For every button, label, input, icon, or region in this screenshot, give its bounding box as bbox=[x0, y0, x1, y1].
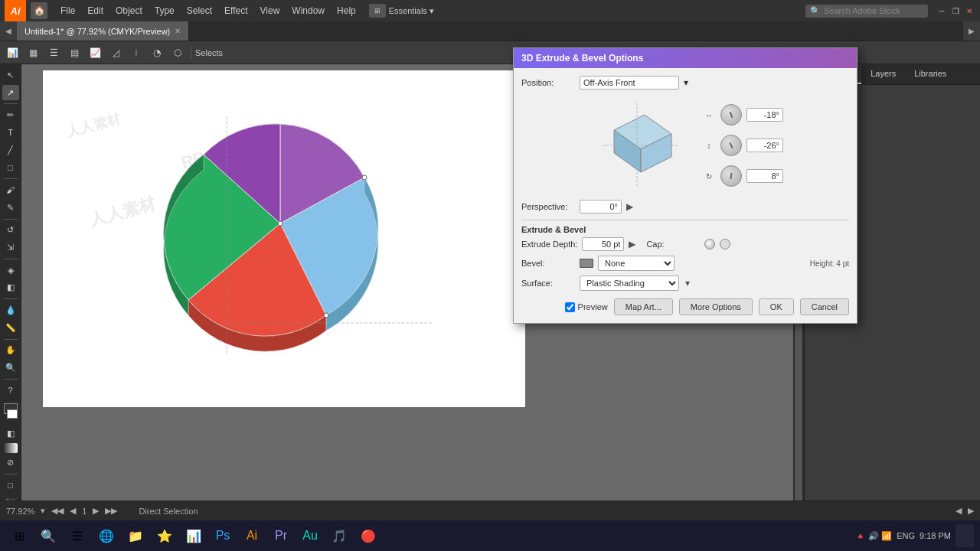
maximize-button[interactable]: ❐ bbox=[949, 5, 962, 17]
bevel-select[interactable]: None bbox=[598, 256, 675, 271]
gradient-tool[interactable]: ◧ bbox=[2, 279, 19, 295]
edge-button[interactable]: 🌐 bbox=[93, 523, 119, 549]
collapse-right-button[interactable]: ▶ bbox=[963, 21, 980, 41]
angle-y-input[interactable] bbox=[746, 139, 783, 152]
stacked-bar-button[interactable]: ▦ bbox=[24, 44, 42, 61]
type-tool[interactable]: T bbox=[2, 125, 19, 141]
menu-effect[interactable]: Effect bbox=[219, 4, 253, 18]
chart-app-button[interactable]: 📊 bbox=[181, 523, 207, 549]
radar-chart-button[interactable]: ⬡ bbox=[168, 44, 187, 61]
audition-button[interactable]: Au bbox=[297, 523, 323, 549]
more-options-button[interactable]: More Options bbox=[679, 298, 753, 315]
search-icon: 🔍 bbox=[810, 6, 821, 16]
map-art-button[interactable]: Map Art... bbox=[614, 298, 673, 315]
menu-edit[interactable]: Edit bbox=[82, 4, 109, 18]
extrude-depth-input[interactable] bbox=[582, 237, 624, 251]
angle-z-knob[interactable] bbox=[720, 165, 742, 187]
close-button[interactable]: ✕ bbox=[963, 5, 975, 17]
music-button[interactable]: 🎵 bbox=[326, 523, 352, 549]
cap-on-radio[interactable] bbox=[704, 239, 715, 249]
file-explorer-button[interactable]: 📁 bbox=[122, 523, 149, 549]
bookmark-button[interactable]: ⭐ bbox=[152, 523, 178, 549]
gradient-swatch[interactable] bbox=[4, 443, 18, 453]
nav-back[interactable]: ◀ bbox=[70, 506, 76, 516]
perspective-input[interactable] bbox=[580, 200, 622, 214]
menu-window[interactable]: Window bbox=[286, 4, 330, 18]
tab-close-button[interactable]: ✕ bbox=[175, 27, 181, 35]
color-mode-toggle[interactable]: ◧ bbox=[2, 426, 19, 442]
home-icon[interactable]: 🏠 bbox=[31, 2, 47, 19]
menu-file[interactable]: File bbox=[55, 4, 80, 18]
scatter-chart-button[interactable]: ⁝ bbox=[127, 44, 145, 61]
angle-y-knob[interactable] bbox=[720, 135, 742, 156]
scale-tool[interactable]: ⇲ bbox=[2, 240, 19, 256]
menu-select[interactable]: Select bbox=[181, 4, 217, 18]
workspace-icon[interactable]: ⊞ bbox=[369, 4, 386, 18]
line-chart-button[interactable]: 📈 bbox=[86, 44, 104, 61]
task-view-button[interactable]: ☰ bbox=[64, 523, 90, 549]
line-tool[interactable]: ╱ bbox=[2, 142, 19, 158]
nav-prev-page[interactable]: ◀◀ bbox=[51, 506, 64, 516]
search-bar[interactable]: 🔍 Search Adobe Stock bbox=[805, 5, 928, 18]
extrude-arrow[interactable]: ▶ bbox=[629, 239, 635, 249]
none-swatch[interactable]: ⊘ bbox=[2, 455, 19, 471]
nav-forward[interactable]: ▶ bbox=[93, 506, 99, 516]
preview-checkbox[interactable] bbox=[565, 302, 575, 312]
document-tab[interactable]: Untitled-1* @ 77.92% (CMYK/Preview) ✕ bbox=[17, 21, 189, 41]
premiere-button[interactable]: Pr bbox=[268, 523, 294, 549]
position-select[interactable]: Off-Axis Front bbox=[580, 76, 679, 90]
hand-tool[interactable]: ✋ bbox=[2, 342, 19, 358]
area-chart-button[interactable]: ◿ bbox=[106, 44, 125, 61]
start-button[interactable]: ⊞ bbox=[6, 523, 32, 549]
media-button[interactable]: 🔴 bbox=[355, 523, 381, 549]
height-label: Height: 4 pt bbox=[810, 259, 849, 268]
eyedropper-tool[interactable]: 💧 bbox=[2, 302, 19, 318]
menu-type[interactable]: Type bbox=[149, 4, 180, 18]
artboard-nav-left[interactable]: ◀ bbox=[956, 506, 962, 516]
angle-x-input[interactable] bbox=[746, 108, 783, 122]
pen-tool[interactable]: ✏ bbox=[2, 107, 19, 123]
row-chart-button[interactable]: ☰ bbox=[44, 44, 63, 61]
tab-libraries[interactable]: Libraries bbox=[905, 64, 956, 84]
surface-select[interactable]: Plastic Shading bbox=[580, 276, 679, 291]
minimize-button[interactable]: ─ bbox=[936, 5, 948, 17]
artboard-nav-right[interactable]: ▶ bbox=[968, 506, 974, 516]
perspective-arrow[interactable]: ▶ bbox=[626, 201, 633, 212]
menu-object[interactable]: Object bbox=[110, 4, 148, 18]
select-tool[interactable]: ↖ bbox=[2, 67, 19, 83]
blend-tool[interactable]: ◈ bbox=[2, 262, 19, 279]
position-dropdown-icon[interactable]: ▾ bbox=[684, 77, 688, 88]
ok-button[interactable]: OK bbox=[759, 298, 794, 315]
fill-color[interactable] bbox=[7, 409, 18, 419]
tab-layers[interactable]: Layers bbox=[861, 64, 905, 84]
search-button[interactable]: 🔍 bbox=[35, 523, 61, 549]
rotate-tool[interactable]: ↺ bbox=[2, 222, 19, 238]
direct-select-tool[interactable]: ↗ bbox=[2, 85, 19, 101]
pie-chart-button[interactable]: ◔ bbox=[148, 44, 166, 61]
surface-dropdown-icon[interactable]: ▾ bbox=[685, 278, 690, 289]
shape-tool[interactable]: □ bbox=[2, 159, 19, 175]
angle-z-input[interactable] bbox=[746, 169, 783, 183]
stacked-row-button[interactable]: ▤ bbox=[65, 44, 83, 61]
menu-help[interactable]: Help bbox=[332, 4, 361, 18]
cap-off-radio[interactable] bbox=[720, 239, 730, 249]
zoom-level[interactable]: 77.92% bbox=[6, 507, 34, 516]
help-tool[interactable]: ? bbox=[2, 383, 19, 399]
angle-x-knob[interactable] bbox=[720, 104, 742, 126]
3d-extrude-bevel-dialog: 3D Extrude & Bevel Options Position: Off… bbox=[513, 47, 858, 324]
show-desktop-button[interactable] bbox=[956, 524, 974, 547]
draw-mode[interactable]: □ bbox=[2, 478, 19, 494]
paintbrush-tool[interactable]: 🖌 bbox=[2, 182, 19, 198]
zoom-dropdown[interactable]: ▾ bbox=[41, 506, 45, 516]
nav-next-page[interactable]: ▶▶ bbox=[105, 506, 117, 516]
menu-view[interactable]: View bbox=[255, 4, 286, 18]
pencil-tool[interactable]: ✎ bbox=[2, 200, 19, 216]
illustrator-taskbar-button[interactable]: Ai bbox=[239, 523, 265, 549]
zoom-tool[interactable]: 🔍 bbox=[2, 360, 19, 376]
cancel-button[interactable]: Cancel bbox=[800, 298, 849, 315]
dialog-body: Position: Off-Axis Front ▾ bbox=[514, 68, 857, 323]
measure-tool[interactable]: 📏 bbox=[2, 320, 19, 336]
collapse-left-button[interactable]: ◀ bbox=[0, 21, 17, 41]
bar-chart-button[interactable]: 📊 bbox=[3, 44, 21, 61]
photoshop-button[interactable]: Ps bbox=[210, 523, 236, 549]
